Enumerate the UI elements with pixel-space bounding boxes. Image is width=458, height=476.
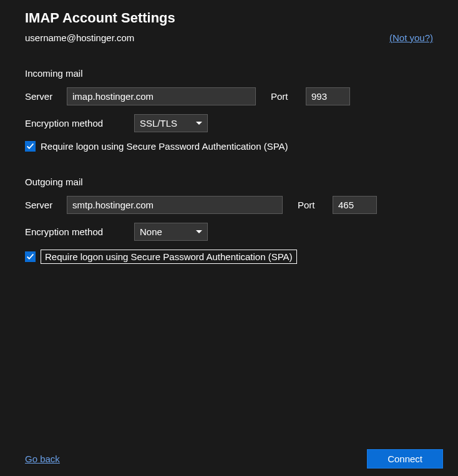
go-back-link[interactable]: Go back [25, 454, 60, 464]
incoming-port-input[interactable] [306, 87, 350, 105]
incoming-server-input[interactable] [67, 87, 256, 105]
outgoing-spa-row: Require logon using Secure Password Auth… [25, 250, 433, 264]
outgoing-server-row: Server Port [25, 196, 433, 214]
outgoing-encryption-label: Encryption method [25, 226, 134, 237]
outgoing-encryption-row: Encryption method None [25, 223, 433, 241]
checkmark-icon [26, 253, 34, 261]
outgoing-spa-label[interactable]: Require logon using Secure Password Auth… [41, 250, 297, 264]
incoming-encryption-select[interactable]: SSL/TLS [134, 114, 208, 132]
page-title: IMAP Account Settings [25, 10, 433, 26]
connect-button[interactable]: Connect [367, 449, 443, 469]
chevron-down-icon [196, 230, 202, 233]
chevron-down-icon [196, 122, 202, 125]
outgoing-server-input[interactable] [67, 196, 283, 214]
incoming-port-label: Port [271, 91, 306, 102]
outgoing-port-label: Port [298, 200, 333, 210]
incoming-spa-label[interactable]: Require logon using Secure Password Auth… [41, 141, 288, 152]
incoming-encryption-row: Encryption method SSL/TLS [25, 114, 433, 132]
account-email: username@hostinger.com [25, 32, 134, 43]
not-you-link[interactable]: (Not you?) [389, 32, 433, 43]
incoming-encryption-label: Encryption method [25, 118, 134, 129]
incoming-server-row: Server Port [25, 87, 433, 105]
incoming-server-label: Server [25, 91, 67, 102]
outgoing-port-input[interactable] [333, 196, 377, 214]
outgoing-encryption-select[interactable]: None [134, 223, 208, 241]
outgoing-spa-checkbox[interactable] [25, 251, 36, 262]
checkmark-icon [26, 142, 34, 150]
incoming-encryption-value: SSL/TLS [140, 118, 196, 129]
incoming-section-label: Incoming mail [25, 68, 433, 79]
incoming-spa-checkbox[interactable] [25, 141, 36, 152]
incoming-spa-row: Require logon using Secure Password Auth… [25, 141, 433, 152]
outgoing-encryption-value: None [140, 226, 196, 237]
outgoing-server-label: Server [25, 200, 67, 210]
footer: Go back Connect [25, 449, 443, 469]
outgoing-section-label: Outgoing mail [25, 177, 433, 187]
email-row: username@hostinger.com (Not you?) [25, 32, 433, 43]
